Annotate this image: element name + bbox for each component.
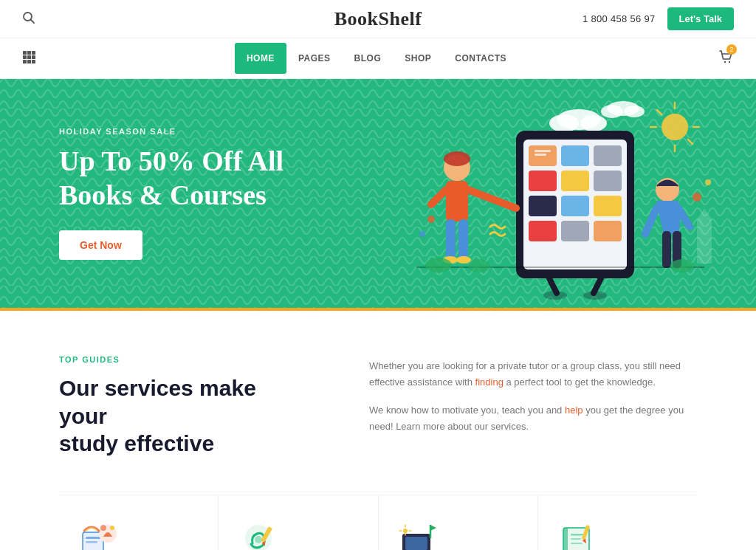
- services-desc-2: We know how to motivate you, teach you a…: [369, 402, 697, 435]
- creative-icon: [396, 518, 441, 551]
- search-button[interactable]: [22, 11, 35, 27]
- site-logo[interactable]: BookShelf: [334, 8, 422, 30]
- cart-button[interactable]: 2: [718, 38, 734, 78]
- svg-rect-68: [86, 537, 100, 539]
- svg-rect-48: [446, 219, 456, 260]
- services-tag: TOP GUIDES: [59, 355, 310, 364]
- svg-point-71: [100, 525, 106, 531]
- svg-point-11: [724, 61, 726, 63]
- hero-label: HOLIDAY SEASON SALE: [59, 127, 284, 136]
- svg-point-20: [662, 114, 688, 140]
- nav-pages[interactable]: PAGES: [286, 43, 343, 74]
- svg-point-72: [110, 526, 114, 530]
- svg-rect-40: [594, 221, 622, 241]
- service-card-branding: Branding ProjectManagement: [59, 495, 219, 551]
- svg-rect-85: [571, 538, 581, 540]
- svg-rect-5: [23, 55, 27, 59]
- svg-point-51: [456, 256, 471, 264]
- cart-badge: 2: [726, 44, 737, 55]
- svg-point-81: [403, 529, 408, 533]
- svg-rect-33: [561, 171, 589, 191]
- svg-rect-39: [561, 221, 589, 241]
- svg-rect-4: [32, 51, 35, 55]
- svg-rect-49: [458, 219, 468, 260]
- svg-point-18: [601, 105, 623, 118]
- hero-title: Up To 50% Off AllBooks & Courses: [59, 145, 284, 212]
- hr-icon: [236, 518, 281, 551]
- services-top: TOP GUIDES Our services make yourstudy e…: [59, 355, 697, 458]
- svg-rect-41: [535, 150, 551, 152]
- svg-rect-10: [32, 60, 35, 63]
- svg-rect-38: [529, 221, 557, 241]
- service-card-hr: Human ResourceManagement: [219, 495, 378, 551]
- nav-links: HOME PAGES BLOG SHOP CONTACTS: [235, 43, 518, 74]
- svg-line-26: [688, 140, 693, 144]
- svg-rect-8: [23, 60, 27, 63]
- svg-rect-77: [405, 537, 427, 550]
- svg-point-59: [419, 231, 425, 237]
- svg-point-62: [425, 258, 452, 272]
- svg-point-58: [427, 216, 435, 223]
- nav-home[interactable]: HOME: [235, 43, 286, 74]
- svg-line-47: [468, 190, 516, 208]
- header-right: 1 800 458 56 97 Let's Talk: [583, 7, 734, 30]
- creative-icon-wrap: [396, 518, 441, 551]
- svg-point-65: [543, 291, 567, 300]
- nav-shop[interactable]: SHOP: [393, 43, 443, 74]
- svg-rect-37: [594, 196, 622, 216]
- grid-icon: [22, 50, 35, 63]
- svg-rect-36: [561, 196, 589, 216]
- hero-cta-button[interactable]: Get Now: [59, 230, 142, 260]
- site-header: BookShelf 1 800 458 56 97 Let's Talk: [0, 0, 756, 38]
- services-left: TOP GUIDES Our services make yourstudy e…: [59, 355, 310, 458]
- svg-rect-84: [571, 534, 584, 536]
- svg-rect-69: [86, 541, 97, 543]
- svg-rect-6: [27, 55, 31, 59]
- svg-rect-42: [535, 154, 546, 156]
- svg-line-1: [31, 19, 35, 23]
- services-right: Whether you are looking for a private tu…: [369, 355, 697, 458]
- svg-rect-9: [27, 60, 31, 63]
- navigation-bar: HOME PAGES BLOG SHOP CONTACTS 2: [0, 38, 756, 79]
- nav-blog[interactable]: BLOG: [343, 43, 394, 74]
- branding-icon: [77, 518, 121, 551]
- svg-point-15: [549, 114, 579, 132]
- service-cards: Branding ProjectManagement Human Resourc…: [59, 495, 697, 551]
- search-icon: [22, 11, 35, 24]
- services-title: Our services make yourstudy effective: [59, 374, 310, 458]
- hr-icon-wrap: [236, 518, 281, 551]
- svg-rect-32: [529, 171, 557, 191]
- svg-point-74: [255, 536, 262, 543]
- svg-rect-83: [563, 528, 568, 551]
- svg-rect-55: [662, 231, 671, 268]
- svg-point-60: [693, 193, 701, 202]
- svg-point-61: [705, 179, 711, 185]
- svg-point-12: [729, 61, 730, 63]
- svg-point-66: [583, 291, 607, 300]
- phone-number: 1 800 458 56 97: [583, 13, 655, 24]
- nav-contacts[interactable]: CONTACTS: [443, 43, 518, 74]
- corporate-icon: [556, 518, 600, 551]
- svg-point-44: [444, 151, 470, 166]
- svg-rect-35: [529, 196, 557, 216]
- hero-svg-illustration: [372, 86, 712, 308]
- services-section: TOP GUIDES Our services make yourstudy e…: [0, 311, 756, 550]
- svg-line-25: [657, 110, 662, 114]
- svg-rect-31: [594, 145, 622, 166]
- hero-illustration: [372, 86, 712, 308]
- services-desc-1: Whether you are looking for a private tu…: [369, 358, 697, 391]
- svg-rect-34: [594, 171, 622, 191]
- lets-talk-button[interactable]: Let's Talk: [667, 7, 734, 30]
- svg-line-53: [645, 208, 656, 234]
- svg-point-19: [624, 106, 645, 117]
- svg-line-46: [431, 190, 446, 204]
- svg-rect-2: [23, 51, 27, 55]
- hero-section: HOLIDAY SEASON SALE Up To 50% Off AllBoo…: [0, 79, 756, 308]
- svg-rect-30: [561, 145, 589, 166]
- svg-rect-7: [32, 55, 35, 59]
- grid-menu-button[interactable]: [22, 40, 35, 77]
- svg-rect-45: [446, 181, 468, 221]
- svg-point-63: [468, 259, 490, 272]
- header-left: [22, 11, 35, 27]
- corporate-icon-wrap: [556, 518, 600, 551]
